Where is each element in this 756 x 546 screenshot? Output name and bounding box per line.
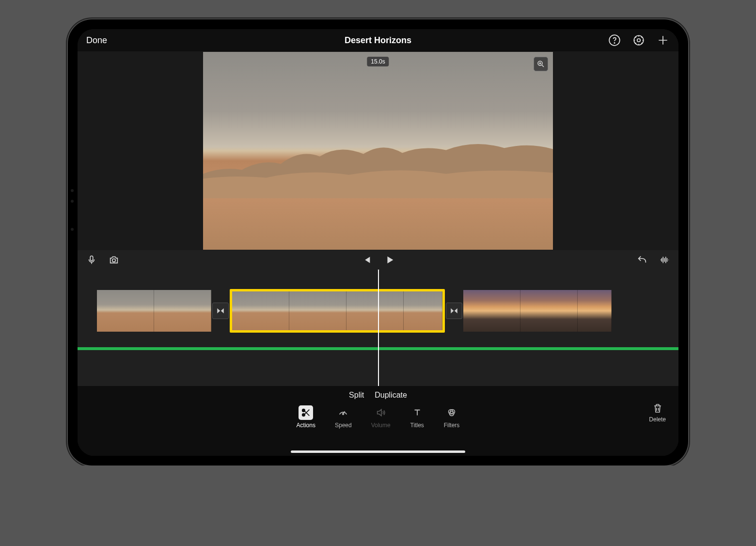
- done-button[interactable]: Done: [86, 35, 107, 46]
- home-indicator[interactable]: [291, 450, 465, 453]
- clip-duration-badge: 15.0s: [367, 57, 389, 66]
- svg-point-9: [343, 413, 344, 415]
- split-button[interactable]: Split: [349, 391, 364, 400]
- ipad-frame: Done Desert Horizons: [68, 19, 688, 466]
- filters-tool[interactable]: Filters: [444, 405, 460, 429]
- timeline-clip[interactable]: [97, 290, 211, 332]
- camera-icon[interactable]: [109, 255, 119, 265]
- add-icon[interactable]: [656, 33, 670, 47]
- help-icon[interactable]: [608, 33, 621, 47]
- undo-icon[interactable]: [637, 255, 647, 265]
- header-bar: Done Desert Horizons: [78, 29, 678, 51]
- bezel-dot: [71, 189, 74, 192]
- clip-inspector: Split Duplicate Actions Speed Volume: [78, 386, 678, 456]
- preview-landscape: [203, 139, 553, 198]
- duplicate-button[interactable]: Duplicate: [375, 391, 407, 400]
- volume-tool: Volume: [371, 405, 391, 429]
- titles-tool[interactable]: Titles: [410, 405, 425, 429]
- screen: Done Desert Horizons: [78, 29, 678, 456]
- bezel-dot: [71, 228, 74, 231]
- tool-label: Actions: [297, 422, 315, 429]
- timeline-clip-selected[interactable]: [230, 289, 445, 333]
- svg-point-3: [637, 39, 641, 42]
- timeline[interactable]: [78, 270, 678, 386]
- clip-actions-row: Split Duplicate: [349, 391, 407, 400]
- tool-label: Speed: [335, 422, 352, 429]
- playhead[interactable]: [378, 270, 379, 386]
- video-preview[interactable]: 15.0s: [203, 52, 553, 250]
- tool-label: Filters: [444, 422, 460, 429]
- svg-point-1: [614, 43, 614, 43]
- actions-tool[interactable]: Actions: [297, 405, 315, 429]
- tool-label: Volume: [371, 422, 391, 429]
- settings-icon[interactable]: [632, 33, 646, 47]
- preview-area: 15.0s: [78, 51, 678, 250]
- tool-label: Titles: [410, 422, 424, 429]
- inspector-tools: Actions Speed Volume Titles Filters: [297, 405, 460, 429]
- svg-point-6: [112, 259, 115, 262]
- delete-button[interactable]: Delete: [649, 402, 666, 423]
- svg-rect-5: [90, 256, 93, 261]
- microphone-icon[interactable]: [86, 255, 97, 265]
- zoom-button[interactable]: [534, 57, 548, 71]
- speed-tool[interactable]: Speed: [335, 405, 352, 429]
- bezel-dot: [71, 200, 74, 203]
- waveform-icon[interactable]: [659, 255, 670, 265]
- go-to-start-icon[interactable]: [361, 255, 372, 265]
- transition-icon[interactable]: [446, 303, 462, 319]
- playback-bar: [78, 250, 678, 270]
- project-title: Desert Horizons: [345, 35, 411, 45]
- tool-label: Delete: [649, 416, 666, 423]
- play-icon[interactable]: [384, 255, 395, 265]
- transition-icon[interactable]: [212, 303, 229, 319]
- timeline-clip[interactable]: [463, 290, 612, 332]
